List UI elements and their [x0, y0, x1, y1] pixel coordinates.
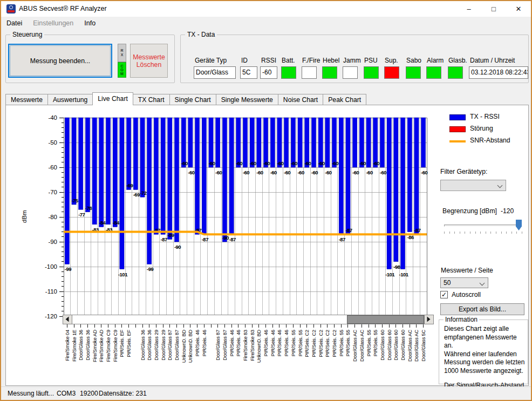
- bar-value-label: -60: [270, 169, 277, 175]
- menu-item-einstellungen[interactable]: Einstellungen: [28, 17, 79, 30]
- begrenzung-slider-ticks: [444, 232, 523, 234]
- bar: [414, 118, 419, 234]
- bar-value-label: -84: [99, 220, 106, 226]
- slider-tick: [522, 232, 522, 234]
- tab-peak-chart[interactable]: Peak Chart: [323, 94, 366, 105]
- com-indicator: COM: [118, 62, 126, 78]
- information-line: Während einer laufenden: [444, 350, 525, 359]
- y-tick-label: -80: [48, 214, 57, 220]
- menu-item-datei[interactable]: Datei: [1, 17, 28, 30]
- bar: [65, 118, 69, 264]
- bar: [113, 118, 117, 227]
- slider-tick: [444, 232, 445, 234]
- tab-single-chart[interactable]: Single Chart: [169, 94, 216, 105]
- y-tick-label: -70: [48, 189, 57, 195]
- bar-value-label: -60: [284, 169, 290, 175]
- bar-value-label: -87: [345, 227, 352, 233]
- window-title: ABUS Secvest® RF Analyzer: [19, 1, 107, 17]
- x-axis-label: Door/Glass 60: [400, 330, 406, 361]
- steuerung-title: Steuerung: [10, 31, 44, 38]
- tx-indicator-label-8: Glasb.: [448, 57, 467, 64]
- bar-value-label: -60: [304, 160, 311, 166]
- legend-label: TX - RSSI: [470, 113, 500, 120]
- bar: [387, 118, 391, 269]
- x-axis-label: Door/Glass 87: [222, 330, 228, 361]
- x-axis-label: Door/Glass AC: [407, 330, 413, 362]
- x-axis-label: PIR/Seis. 46: [236, 330, 241, 356]
- x-axis-label: Fire/Smoke C9: [113, 330, 118, 362]
- bar: [311, 118, 316, 167]
- slider-tick: [465, 232, 465, 234]
- bar-value-label: -60: [291, 160, 297, 166]
- bar: [284, 118, 289, 167]
- x-axis-label: Door/Glass 87: [215, 330, 221, 361]
- close-button[interactable]: ✕: [506, 1, 531, 17]
- x-axis-label: PIR/Seis. C2: [318, 330, 324, 357]
- information-title: Information: [444, 316, 479, 323]
- filter-geraetetyp-select[interactable]: [440, 180, 506, 191]
- tab-auswertung[interactable]: Auswertung: [47, 94, 93, 105]
- x-axis-label: Fire/Smoke 83: [243, 330, 248, 361]
- bar: [243, 118, 247, 167]
- information-line: Messung werden die letzten: [444, 358, 525, 367]
- x-axis-label: Door/Glass AC: [352, 330, 358, 362]
- begrenzung-slider-track[interactable]: [444, 225, 522, 227]
- tx-datetime-label: Datum / Uhrzeit: [470, 57, 515, 64]
- bar-value-label: -60: [215, 169, 222, 175]
- live-chart-page: -40-50-60-70-80-90-100-110-120dBm-99-75-…: [5, 105, 529, 386]
- tab-noise-chart[interactable]: Noise Chart: [278, 94, 323, 105]
- x-axis-label: PIR/Seis. 46: [284, 330, 289, 356]
- tx-field-1: 5C: [240, 66, 257, 79]
- steuerung-groupbox: Steuerung Messung beenden... RX COM Mess…: [5, 35, 175, 83]
- bar-value-label: -60: [421, 169, 427, 175]
- tx-status-indicator-1: [302, 66, 317, 79]
- status-item-0: Messung läuft...: [8, 390, 54, 397]
- tx-label-1: ID: [241, 57, 248, 64]
- status-bar: Messung läuft...COM319200Datensätze: 231: [1, 386, 531, 400]
- bar: [229, 118, 234, 234]
- x-axis-label: PIR/Seis. 46: [229, 330, 235, 356]
- tx-datetime-value: 03.12.2018 08:22:43: [469, 66, 528, 79]
- bar-value-label: -60: [325, 169, 331, 175]
- slider-tick: [475, 232, 476, 234]
- information-line: Dieses Chart zeigt alle: [444, 325, 525, 334]
- bar: [154, 118, 158, 234]
- tx-status-indicator-5: [384, 66, 399, 79]
- delete-measurements-button[interactable]: Messwerte Löschen: [130, 44, 168, 78]
- maximize-button[interactable]: □: [481, 1, 506, 17]
- autoscroll-checkbox[interactable]: ✓: [440, 291, 448, 298]
- x-axis-label: UnknownD. BD: [256, 330, 262, 363]
- legend-line-swatch: [449, 140, 466, 142]
- title-bar: ABUS Secvest® RF Analyzer – □ ✕: [1, 1, 531, 17]
- tab-tx-chart[interactable]: TX Chart: [133, 94, 170, 105]
- x-axis-label: PIR/Seis. 46: [195, 330, 200, 356]
- bar-value-label: -78: [85, 205, 92, 211]
- stop-measurement-button[interactable]: Messung beenden...: [8, 44, 112, 78]
- bar: [85, 118, 90, 212]
- x-axis-label: Door/Glass 60: [387, 330, 392, 361]
- minimize-button[interactable]: –: [456, 1, 481, 17]
- bar-value-label: -87: [202, 236, 208, 242]
- slider-tick: [449, 232, 450, 234]
- bar-value-label: -87: [229, 236, 235, 242]
- bar-value-label: -60: [236, 160, 242, 166]
- tx-status-indicator-7: [426, 66, 441, 79]
- bar: [79, 118, 83, 209]
- filter-geraetetyp-label: Filter Gerätetyp:: [440, 168, 487, 175]
- x-axis-label: PIR/Seis. EF: [126, 329, 132, 357]
- bar: [216, 118, 220, 167]
- tab-single-messwerte[interactable]: Single Messwerte: [216, 94, 278, 105]
- begrenzung-label: Begrenzung [dBm]: [442, 207, 497, 215]
- export-als-bild-button[interactable]: Export als Bild...: [440, 303, 524, 315]
- bar: [140, 118, 145, 197]
- tx-indicator-label-0: Batt.: [282, 57, 295, 64]
- information-line: [444, 375, 525, 382]
- tx-label-0: Geräte Typ: [195, 57, 227, 64]
- tab-messwerte[interactable]: Messwerte: [5, 94, 48, 105]
- slider-tick: [506, 232, 507, 234]
- slider-tick: [490, 232, 491, 234]
- scrollbar-thumb[interactable]: [347, 315, 424, 323]
- messwerte-seite-select[interactable]: 50: [440, 277, 488, 288]
- menu-item-info[interactable]: Info: [79, 17, 101, 30]
- tab-live-chart[interactable]: Live Chart: [92, 92, 133, 105]
